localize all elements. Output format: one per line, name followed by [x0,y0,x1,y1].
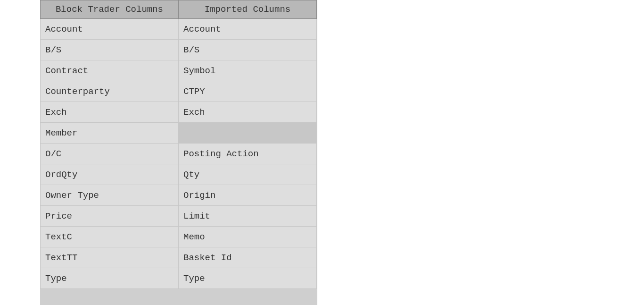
table-row[interactable]: OrdQtyQty [41,164,317,185]
table-row[interactable]: O/CPosting Action [41,144,317,164]
table-row[interactable]: AccountAccount [41,19,317,40]
cell-block-trader[interactable]: Owner Type [41,185,179,206]
cell-imported[interactable]: Qty [179,164,317,185]
column-mapping-table: Block Trader Columns Imported Columns Ac… [40,0,317,305]
cell-block-trader[interactable]: TextC [41,227,179,247]
cell-imported[interactable]: Type [179,268,317,289]
cell-block-trader[interactable]: O/C [41,144,179,164]
table-footer-row [41,289,317,305]
table-header-row: Block Trader Columns Imported Columns [41,0,317,19]
cell-block-trader[interactable]: TextTT [41,247,179,268]
cell-imported[interactable]: Exch [179,102,317,123]
table-row[interactable]: Member [41,123,317,144]
table-row[interactable]: ExchExch [41,102,317,123]
cell-block-trader[interactable]: Contract [41,60,179,81]
cell-block-trader[interactable]: Exch [41,102,179,123]
table-row[interactable]: Owner TypeOrigin [41,185,317,206]
table-row[interactable]: TextTTBasket Id [41,247,317,268]
cell-block-trader[interactable]: Type [41,268,179,289]
cell-imported[interactable]: Memo [179,227,317,247]
cell-imported[interactable]: Origin [179,185,317,206]
cell-imported[interactable]: CTPY [179,81,317,102]
table-footer-cell [41,289,317,305]
table-row[interactable]: TextCMemo [41,227,317,247]
cell-block-trader[interactable]: Price [41,206,179,227]
table-row[interactable]: ContractSymbol [41,60,317,81]
table-row[interactable]: PriceLimit [41,206,317,227]
table-row[interactable]: TypeType [41,268,317,289]
cell-block-trader[interactable]: B/S [41,40,179,60]
cell-imported[interactable]: Account [179,19,317,40]
cell-imported[interactable]: Posting Action [179,144,317,164]
header-block-trader-columns[interactable]: Block Trader Columns [41,0,179,19]
cell-imported[interactable]: Symbol [179,60,317,81]
cell-block-trader[interactable]: Member [41,123,179,144]
cell-imported[interactable]: Limit [179,206,317,227]
cell-block-trader[interactable]: OrdQty [41,164,179,185]
cell-imported[interactable]: Basket Id [179,247,317,268]
column-mapping-table-wrap: Block Trader Columns Imported Columns Ac… [40,0,317,305]
cell-imported[interactable]: B/S [179,40,317,60]
header-imported-columns[interactable]: Imported Columns [179,0,317,19]
table-row[interactable]: B/SB/S [41,40,317,60]
cell-imported[interactable] [179,123,317,144]
cell-block-trader[interactable]: Counterparty [41,81,179,102]
table-row[interactable]: CounterpartyCTPY [41,81,317,102]
cell-block-trader[interactable]: Account [41,19,179,40]
